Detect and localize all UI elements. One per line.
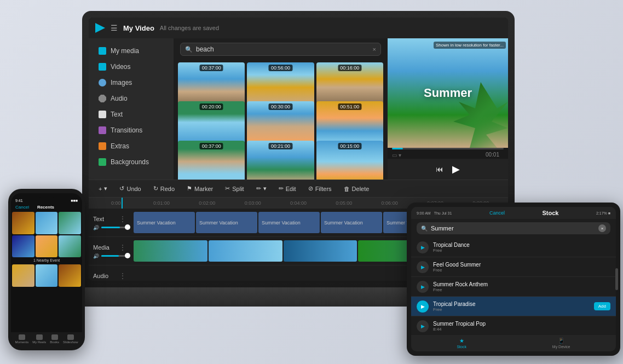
text-track-options-button[interactable]: ⋮ — [117, 215, 128, 223]
video-thumbnail[interactable]: 00:16:00 — [316, 62, 383, 104]
add-media-button[interactable]: + ▾ — [95, 183, 111, 194]
edit-button[interactable]: ✏ Edit — [275, 183, 299, 194]
play-button[interactable]: ▶ — [452, 163, 460, 175]
tablet-search-input[interactable] — [431, 225, 595, 232]
video-thumbnail[interactable]: 00:51:00 — [316, 101, 383, 143]
tablet-cancel-button[interactable]: Cancel — [489, 210, 505, 216]
track-play-button[interactable]: ▶ — [417, 320, 429, 332]
text-clip[interactable]: Summer Vacation — [196, 212, 257, 233]
phone-cancel-button[interactable]: Cancel — [15, 205, 29, 210]
media-track-options-button[interactable]: ⋮ — [117, 244, 128, 251]
skip-back-button[interactable]: ⏮ — [436, 165, 443, 174]
volume-slider-thumb[interactable] — [125, 224, 130, 230]
phone-thumbnail[interactable] — [12, 212, 34, 234]
text-clip[interactable]: Summer Vacation — [321, 212, 382, 233]
media-clip[interactable] — [134, 240, 207, 262]
phone-thumbnail[interactable] — [59, 212, 81, 234]
search-input[interactable] — [196, 45, 370, 53]
video-thumbnail[interactable]: 00:15:00 — [316, 141, 383, 180]
phone-nav-item-moments[interactable]: Moments — [15, 334, 29, 344]
phone-battery: ■■■ — [71, 199, 78, 203]
phone-thumbnail[interactable] — [59, 264, 81, 287]
preview-progress-bar[interactable] — [392, 148, 504, 149]
hamburger-menu-icon[interactable]: ☰ — [111, 24, 118, 32]
text-clip[interactable]: Summer Vacation — [134, 212, 195, 233]
tablet-nav-stock[interactable]: ★ Stock — [457, 338, 466, 349]
text-track-volume-slider[interactable] — [101, 227, 128, 228]
phone-thumbnail[interactable] — [36, 235, 58, 258]
split-button[interactable]: ✂ Split — [222, 183, 247, 194]
phone-thumbnail[interactable] — [12, 264, 34, 287]
track-play-button[interactable]: ▶ — [417, 241, 429, 253]
phone-screen: 9:41 ■■■ Cancel Recents — [11, 193, 82, 346]
redo-button[interactable]: ↻ Redo — [150, 183, 178, 194]
filters-button[interactable]: ⊘ Filters — [305, 183, 335, 194]
search-bar[interactable]: 🔍 × — [180, 43, 381, 56]
phone-thumbnail[interactable] — [12, 235, 34, 258]
media-clip[interactable] — [209, 240, 282, 262]
device-icon: 📱 — [558, 338, 564, 344]
video-thumbnail[interactable]: 00:56:00 — [247, 62, 314, 104]
preview-controls: ⏮ ▶ — [388, 159, 508, 180]
video-thumbnail[interactable]: 00:21:00 — [247, 141, 314, 180]
audio-track-options-button[interactable]: ⋮ — [117, 272, 128, 280]
phone-thumbnail[interactable] — [36, 212, 58, 234]
search-icon: 🔍 — [185, 46, 193, 53]
timeline-playhead[interactable] — [122, 198, 123, 209]
track-play-button[interactable]: ▶ — [417, 261, 429, 273]
phone-thumbnail[interactable] — [36, 264, 58, 287]
text-icon — [99, 111, 106, 118]
sidebar-item-audio[interactable]: Audio — [91, 91, 171, 106]
volume-slider-thumb[interactable] — [125, 253, 130, 258]
delete-button[interactable]: 🗑 Delete — [341, 184, 373, 194]
pen-icon: ✏ — [256, 185, 261, 192]
tablet-home-indicator — [615, 268, 618, 290]
preview-time: 00:01 — [486, 152, 504, 159]
phone-thumbnail[interactable] — [59, 235, 81, 258]
track-add-button[interactable]: Add — [594, 302, 610, 310]
video-duration: 00:37:00 — [200, 143, 223, 149]
pen-dropdown-button[interactable]: ✏ ▾ — [253, 183, 270, 194]
tablet-search-clear-button[interactable]: × — [598, 224, 606, 232]
phone-nav-label-books: Books — [50, 340, 59, 344]
tablet-search-bar[interactable]: 🔍 × — [417, 222, 610, 234]
text-clip[interactable]: Summer Vacation — [258, 212, 320, 233]
sidebar-item-my-media[interactable]: My media — [91, 43, 171, 59]
video-grid: 00:37:00 00:56:00 00:16:00 00:20:00 — [174, 60, 388, 180]
marker-button[interactable]: ⚑ Marker — [183, 183, 216, 194]
sidebar-item-images[interactable]: Images — [91, 75, 171, 90]
track-name: Feel Good Summer — [433, 262, 610, 268]
video-thumbnail[interactable]: 00:37:00 — [178, 62, 245, 104]
video-thumbnail[interactable]: 00:20:00 — [178, 101, 245, 143]
add-button-chevron-icon: ▾ — [104, 185, 107, 192]
media-track-volume-slider[interactable] — [101, 255, 128, 257]
search-clear-button[interactable]: × — [373, 46, 376, 53]
sidebar-item-backgrounds[interactable]: Backgrounds — [91, 154, 171, 170]
track-play-button[interactable]: ▶ — [417, 281, 429, 293]
video-thumbnail[interactable]: 00:37:00 — [178, 141, 245, 180]
tab-track-tropical-dance[interactable]: ▶ Tropical Dance Free — [411, 238, 616, 257]
aspect-ratio-selector[interactable]: ▭ ▾ — [392, 152, 401, 158]
sidebar-item-extras[interactable]: Extras — [91, 138, 171, 154]
sidebar-label-videos: Videos — [111, 63, 130, 71]
undo-button[interactable]: ↺ Undo — [116, 183, 144, 194]
sidebar-label-transitions: Transitions — [111, 126, 142, 134]
sidebar-item-text[interactable]: Text — [91, 107, 171, 122]
phone-nav-item-reels[interactable]: My Reels — [32, 334, 46, 344]
text-track-label: Text ⋮ 🔊 — [89, 213, 132, 233]
phone-nav-item-slideshow[interactable]: Slideshow — [63, 334, 78, 344]
video-thumbnail[interactable]: 00:30:00 — [247, 101, 314, 143]
tab-track-summer-rock-anthem[interactable]: ▶ Summer Rock Anthem Free — [411, 277, 616, 297]
tab-track-summer-tropical-pop[interactable]: ▶ Summer Tropical Pop 8:44 — [411, 316, 616, 335]
sidebar-item-videos[interactable]: Videos — [91, 59, 171, 74]
audio-icon — [99, 95, 106, 102]
phone-nav-item-books[interactable]: Books — [50, 334, 59, 344]
sidebar-item-transitions[interactable]: Transitions — [91, 123, 171, 138]
track-duration: 8:44 — [433, 327, 610, 332]
tab-track-tropical-paradise[interactable]: ▶ Tropical Paradise Free Add — [411, 297, 616, 316]
tab-track-feel-good-summer[interactable]: ▶ Feel Good Summer Free — [411, 257, 616, 277]
tablet-nav-my-device[interactable]: 📱 My Device — [552, 338, 570, 349]
media-clip[interactable] — [284, 240, 357, 262]
track-play-button[interactable]: ▶ — [417, 301, 429, 313]
sidebar-label-audio: Audio — [111, 95, 128, 102]
